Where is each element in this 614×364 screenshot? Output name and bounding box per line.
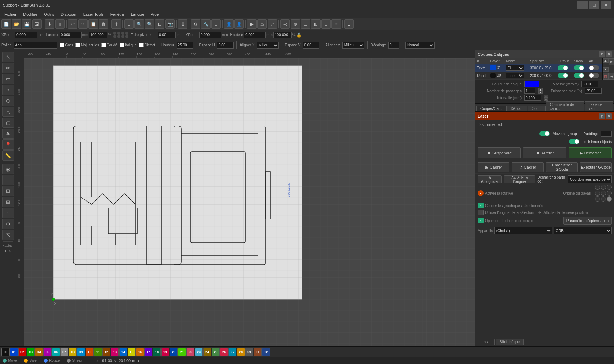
passages-down[interactable]: ▼ bbox=[538, 91, 543, 94]
zoom-fit-button[interactable]: ⊞ bbox=[124, 19, 134, 29]
layer-rond-air[interactable] bbox=[587, 72, 602, 80]
height-input[interactable] bbox=[244, 32, 266, 38]
panel-collapse-right[interactable]: ◀ bbox=[609, 73, 614, 80]
origin-br[interactable] bbox=[607, 196, 612, 202]
color-03[interactable]: 03 bbox=[27, 348, 35, 356]
param-opti-button[interactable]: Paramètres d'optimisation bbox=[563, 217, 612, 225]
dot-grid-tool[interactable]: ⁙ bbox=[2, 208, 14, 218]
arreter-button[interactable]: ⏹ Arrêter bbox=[523, 147, 566, 158]
tab-con[interactable]: Con... bbox=[528, 106, 546, 111]
padding-input[interactable]: 0.0 bbox=[601, 131, 612, 137]
color-05[interactable]: 05 bbox=[43, 348, 52, 356]
majuscules-checkbox[interactable]: Majuscules bbox=[75, 43, 99, 47]
color-12[interactable]: 12 bbox=[102, 348, 110, 356]
redo-button[interactable]: ↪ bbox=[78, 19, 88, 29]
enregistrer-gcode-button[interactable]: Enregistrer GCode bbox=[546, 162, 578, 172]
cadrer1-button[interactable]: ⊞ Cadrer bbox=[478, 162, 509, 172]
layers-settings-button[interactable]: ⚙ bbox=[599, 51, 605, 57]
tab-coupes[interactable]: Coupes/Cal... bbox=[476, 106, 507, 111]
edit-tool[interactable]: ✏ bbox=[2, 63, 14, 73]
lock-inner-toggle[interactable] bbox=[569, 139, 579, 144]
color-20[interactable]: 20 bbox=[170, 348, 178, 356]
layers-scroll-down[interactable]: ▼ bbox=[603, 67, 609, 72]
triangle-tool[interactable]: △ bbox=[2, 107, 14, 117]
ypos-input[interactable] bbox=[199, 32, 221, 38]
rect-tool[interactable]: ▭ bbox=[2, 74, 14, 84]
color-15[interactable]: 15 bbox=[128, 348, 136, 356]
fill-tool[interactable]: ⊞ bbox=[2, 197, 14, 207]
ellipse-tool[interactable]: ○ bbox=[2, 85, 14, 95]
color-07[interactable]: 07 bbox=[60, 348, 68, 356]
marker-button[interactable]: ⊕ bbox=[291, 19, 300, 29]
puissance-input[interactable] bbox=[585, 88, 602, 94]
origin-mc[interactable] bbox=[601, 191, 606, 196]
tab-deplacement[interactable]: Dépla... bbox=[507, 106, 527, 111]
color-23[interactable]: 23 bbox=[195, 348, 203, 356]
menu-aide[interactable]: Aide bbox=[148, 11, 162, 17]
layer-row-texte[interactable]: Texte 01 FillLine 3000.0 / 25.0 bbox=[475, 64, 602, 72]
export-button[interactable]: ⬆ bbox=[55, 19, 65, 29]
menu-langue[interactable]: Langue bbox=[128, 11, 147, 17]
rect2-tool[interactable]: ▢ bbox=[2, 118, 14, 128]
origin-tc[interactable] bbox=[601, 185, 606, 190]
normal-select[interactable]: Normal bbox=[405, 42, 435, 49]
monitor-button[interactable]: 🖥 bbox=[178, 19, 187, 29]
layers-scroll-up[interactable]: ▲ bbox=[603, 58, 609, 63]
user2-button[interactable]: 👤 bbox=[234, 19, 244, 29]
save-as-button[interactable]: 🖫 bbox=[32, 19, 42, 29]
color-10[interactable]: 10 bbox=[86, 348, 94, 356]
move-button[interactable]: ✛ bbox=[111, 19, 121, 29]
tab-laser[interactable]: Laser bbox=[478, 339, 495, 345]
drawing-area[interactable]: 29/02/2028 X Y bbox=[24, 58, 475, 346]
lock-icon[interactable]: 🔒 bbox=[296, 32, 302, 38]
corner-tool[interactable]: ⌐ bbox=[2, 175, 14, 185]
user1-button[interactable]: 👤 bbox=[224, 19, 234, 29]
width-input[interactable] bbox=[60, 32, 82, 38]
align-button[interactable]: ⊞ bbox=[211, 19, 221, 29]
marker-tool[interactable]: 📍 bbox=[2, 139, 14, 150]
menu-outils[interactable]: Outils bbox=[41, 11, 57, 17]
demarrer-select[interactable]: Coordonnées absolues bbox=[568, 175, 612, 183]
faire-pivoter-input[interactable] bbox=[158, 32, 176, 38]
executer-gcode-button[interactable]: Exécuter GCode bbox=[580, 162, 612, 172]
espace-v-input[interactable] bbox=[303, 42, 319, 49]
italique-checkbox[interactable]: Italique bbox=[120, 43, 137, 47]
color-29[interactable]: 29 bbox=[245, 348, 253, 356]
warning-button[interactable]: ⚠ bbox=[257, 19, 267, 29]
minimize-button[interactable]: ─ bbox=[577, 1, 588, 9]
appareils-select[interactable]: (Choisir) bbox=[494, 227, 553, 234]
layer-rond-mode[interactable]: LineFill bbox=[504, 72, 528, 80]
arrow-button[interactable]: ↗ bbox=[268, 19, 277, 29]
acceder-button[interactable]: Accéder à l'origine bbox=[504, 175, 535, 183]
cadrer2-button[interactable]: ↺ Cadrer bbox=[512, 162, 543, 172]
decalage-input[interactable] bbox=[388, 42, 399, 49]
color-25[interactable]: 25 bbox=[212, 348, 220, 356]
layer-rond-show[interactable] bbox=[572, 72, 587, 80]
color-T1[interactable]: T1 bbox=[254, 348, 262, 356]
origin-tr[interactable] bbox=[607, 185, 612, 190]
tab-bibliotheque[interactable]: Bibliothèque bbox=[496, 339, 524, 345]
color-02[interactable]: 02 bbox=[18, 348, 26, 356]
color-22[interactable]: 22 bbox=[186, 348, 194, 356]
path-tool[interactable]: ⊡ bbox=[2, 186, 14, 196]
xpos-input[interactable] bbox=[15, 32, 37, 38]
autoguider-button[interactable]: ⊕ Autoguider bbox=[478, 175, 502, 183]
grid-button[interactable]: ⊟ bbox=[321, 19, 331, 29]
color-13[interactable]: 13 bbox=[111, 348, 119, 356]
bezier-tool[interactable]: ◹ bbox=[2, 230, 14, 240]
color-06[interactable]: 06 bbox=[52, 348, 60, 356]
color-T2[interactable]: T2 bbox=[262, 348, 270, 356]
color-19[interactable]: 19 bbox=[161, 348, 169, 356]
color-24[interactable]: 24 bbox=[203, 348, 211, 356]
text-tool[interactable]: A bbox=[2, 129, 14, 139]
soude-checkbox[interactable]: Soudé bbox=[101, 43, 117, 47]
tools-button[interactable]: 🔧 bbox=[201, 19, 211, 29]
vitesse-input[interactable] bbox=[581, 81, 598, 87]
color-picker[interactable] bbox=[524, 81, 539, 87]
undo-button[interactable]: ↩ bbox=[68, 19, 77, 29]
color-01[interactable]: 01 bbox=[10, 348, 18, 356]
layer-texte-mode[interactable]: FillLine bbox=[504, 64, 528, 72]
target-button[interactable]: ◎ bbox=[280, 19, 290, 29]
layer-rond-output[interactable] bbox=[556, 72, 572, 80]
hauteur-input[interactable] bbox=[177, 42, 193, 49]
